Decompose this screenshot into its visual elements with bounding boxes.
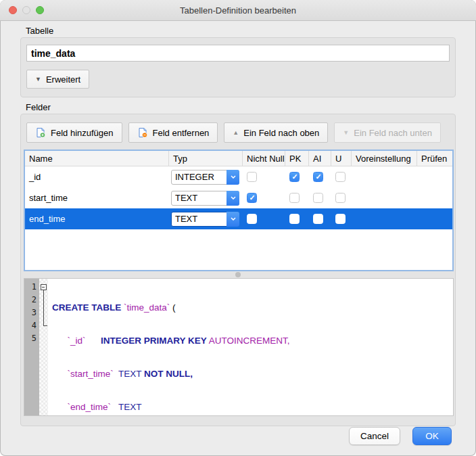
traffic-lights bbox=[9, 6, 44, 14]
advanced-button-label: Erweitert bbox=[46, 74, 80, 85]
splitter-handle[interactable] bbox=[26, 271, 450, 278]
column-header-typ[interactable]: Typ bbox=[169, 151, 243, 166]
field-type-cell: TEXT bbox=[169, 191, 243, 206]
fold-line bbox=[39, 294, 48, 306]
table-row[interactable]: start_time TEXT bbox=[25, 187, 452, 208]
fields-groupbox: Feld hinzufügen Feld entfernen ▲ Ein Fel… bbox=[20, 114, 456, 426]
splitter-grip-icon bbox=[235, 272, 241, 277]
chevron-down-icon bbox=[227, 170, 239, 185]
table-name-input[interactable] bbox=[26, 45, 450, 62]
pk-checkbox[interactable] bbox=[289, 193, 300, 203]
ai-cell bbox=[309, 193, 331, 203]
u-cell bbox=[331, 193, 352, 203]
sql-line: `end_time` TEXT bbox=[52, 401, 453, 413]
pk-cell bbox=[285, 172, 309, 182]
add-field-label: Feld hinzufügen bbox=[51, 128, 114, 138]
table-row[interactable]: end_time TEXT bbox=[25, 208, 452, 229]
line-number: 1 bbox=[24, 281, 37, 294]
sql-line: CREATE TABLE `time_data` ( bbox=[52, 301, 453, 314]
column-header-pruefen[interactable]: Prüfen bbox=[417, 151, 452, 166]
fold-line-empty bbox=[39, 332, 48, 345]
triangle-up-icon: ▲ bbox=[233, 130, 239, 136]
column-header-ai[interactable]: AI bbox=[309, 151, 331, 166]
sql-preview-editor[interactable]: 1 2 3 4 5 CREATE TABLE `time_data` ( `_i… bbox=[24, 278, 454, 416]
type-combobox[interactable]: TEXT bbox=[171, 212, 239, 227]
field-name-cell[interactable]: start_time bbox=[25, 193, 169, 203]
table-row[interactable]: _id INTEGER bbox=[25, 166, 452, 187]
advanced-button[interactable]: ▼ Erweitert bbox=[26, 70, 89, 89]
table-section-label: Tabelle bbox=[26, 26, 456, 36]
fold-line bbox=[39, 306, 48, 319]
move-field-up-label: Ein Feld nach oben bbox=[243, 128, 319, 138]
zoom-button[interactable] bbox=[36, 6, 44, 14]
sql-code: CREATE TABLE `time_data` ( `_id` INTEGER… bbox=[48, 279, 453, 415]
u-cell bbox=[331, 214, 352, 224]
not-null-cell bbox=[243, 172, 285, 182]
triangle-down-icon: ▼ bbox=[343, 130, 349, 136]
type-combobox-value: TEXT bbox=[172, 214, 227, 224]
sql-line: `start_time` TEXT NOT NULL, bbox=[52, 367, 453, 380]
column-header-u[interactable]: U bbox=[331, 151, 352, 166]
close-button[interactable] bbox=[9, 6, 17, 14]
dialog-content: Tabelle ▼ Erweitert Felder Feld hinzu bbox=[0, 26, 476, 426]
fold-line-end bbox=[39, 319, 48, 332]
line-number: 3 bbox=[24, 306, 37, 319]
chevron-down-icon bbox=[227, 212, 239, 227]
column-header-name[interactable]: Name bbox=[25, 151, 169, 166]
u-checkbox[interactable] bbox=[335, 214, 346, 224]
fold-margin bbox=[39, 279, 48, 415]
line-number-gutter: 1 2 3 4 5 bbox=[24, 279, 39, 415]
cancel-button[interactable]: Cancel bbox=[349, 427, 400, 445]
not-null-cell bbox=[243, 193, 285, 203]
dialog-window: Tabellen-Definition bearbeiten Tabelle ▼… bbox=[0, 0, 476, 456]
document-plus-icon bbox=[35, 127, 46, 138]
chevron-down-icon bbox=[227, 191, 239, 206]
table-groupbox: ▼ Erweitert bbox=[20, 37, 456, 97]
ai-checkbox[interactable] bbox=[313, 172, 323, 182]
title-bar: Tabellen-Definition bearbeiten bbox=[0, 0, 476, 21]
u-cell bbox=[331, 172, 352, 182]
field-type-cell: INTEGER bbox=[169, 170, 243, 185]
add-field-button[interactable]: Feld hinzufügen bbox=[26, 122, 122, 143]
column-header-voreinstellung[interactable]: Voreinstellung bbox=[352, 151, 417, 166]
ai-cell bbox=[309, 214, 331, 224]
ai-checkbox[interactable] bbox=[313, 214, 323, 224]
sql-line: `_id` INTEGER PRIMARY KEY AUTOINCREMENT, bbox=[52, 334, 453, 347]
fields-table: Name Typ Nicht Null PK AI U Voreinstellu… bbox=[24, 150, 454, 271]
remove-field-label: Feld entfernen bbox=[153, 128, 210, 138]
type-combobox-value: TEXT bbox=[172, 193, 227, 203]
field-name-cell[interactable]: _id bbox=[25, 172, 169, 182]
pk-cell bbox=[285, 193, 309, 203]
minimize-button bbox=[22, 6, 30, 14]
fields-toolbar: Feld hinzufügen Feld entfernen ▲ Ein Fel… bbox=[26, 122, 450, 143]
field-type-cell: TEXT bbox=[169, 212, 243, 227]
pk-checkbox[interactable] bbox=[289, 172, 300, 182]
type-combobox[interactable]: INTEGER bbox=[171, 170, 239, 185]
document-minus-icon bbox=[137, 127, 148, 138]
not-null-checkbox[interactable] bbox=[247, 193, 257, 203]
line-number: 5 bbox=[24, 332, 37, 345]
move-field-down-button: ▼ Ein Feld nach unten bbox=[334, 122, 441, 143]
fields-table-header: Name Typ Nicht Null PK AI U Voreinstellu… bbox=[25, 151, 452, 166]
column-header-nicht-null[interactable]: Nicht Null bbox=[243, 151, 285, 166]
not-null-checkbox[interactable] bbox=[247, 172, 257, 182]
ai-checkbox[interactable] bbox=[313, 193, 323, 203]
move-field-up-button[interactable]: ▲ Ein Feld nach oben bbox=[224, 122, 328, 143]
line-number: 2 bbox=[24, 294, 37, 306]
u-checkbox[interactable] bbox=[335, 172, 346, 182]
ok-button[interactable]: OK bbox=[412, 427, 452, 445]
u-checkbox[interactable] bbox=[335, 193, 346, 203]
not-null-checkbox[interactable] bbox=[247, 214, 257, 224]
remove-field-button[interactable]: Feld entfernen bbox=[128, 122, 218, 143]
window-title: Tabellen-Definition bearbeiten bbox=[0, 5, 476, 16]
field-name-cell[interactable]: end_time bbox=[25, 214, 169, 224]
type-combobox[interactable]: TEXT bbox=[171, 191, 239, 206]
triangle-down-icon: ▼ bbox=[35, 76, 41, 83]
fold-collapse-icon[interactable] bbox=[39, 281, 48, 294]
pk-checkbox[interactable] bbox=[289, 214, 300, 224]
pk-cell bbox=[285, 214, 309, 224]
type-combobox-value: INTEGER bbox=[172, 172, 227, 182]
move-field-down-label: Ein Feld nach unten bbox=[354, 128, 432, 138]
column-header-pk[interactable]: PK bbox=[285, 151, 309, 166]
fields-section-label: Felder bbox=[26, 102, 456, 112]
